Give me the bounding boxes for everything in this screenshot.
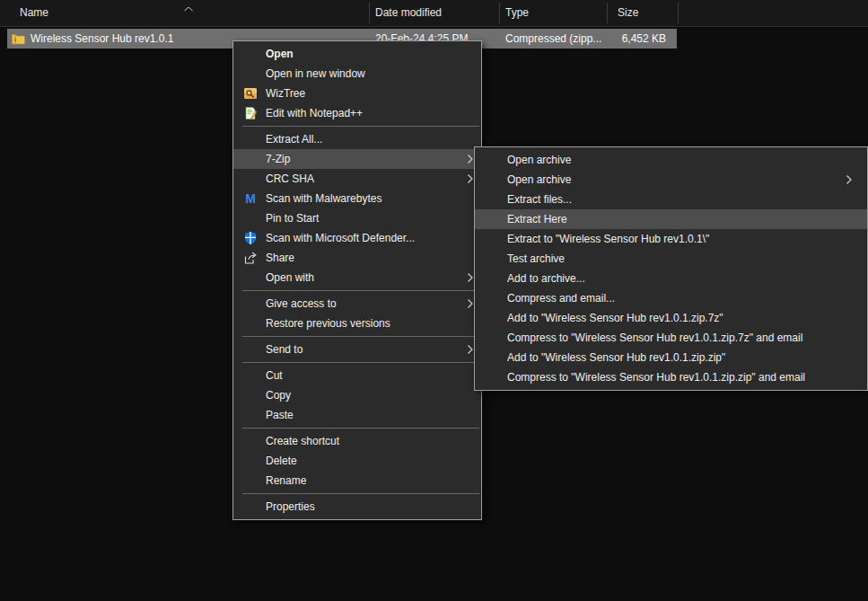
- menu-item-label: Compress to "Wireless Sensor Hub rev1.0.…: [507, 331, 840, 344]
- menu-item-scan-with-microsoft-defender[interactable]: Scan with Microsoft Defender...: [233, 228, 481, 248]
- chevron-right-icon: [461, 298, 474, 309]
- chevron-right-icon: [461, 173, 474, 184]
- column-header-name[interactable]: Name: [20, 0, 48, 26]
- submenu-item-extract-to-wireless-sensor-hub-rev1-0-1[interactable]: Extract to "Wireless Sensor Hub rev1.0.1…: [475, 229, 867, 249]
- submenu-item-extract-here[interactable]: Extract Here: [475, 209, 867, 229]
- menu-item-open[interactable]: Open: [233, 44, 481, 64]
- submenu-item-open-archive[interactable]: Open archive: [475, 150, 867, 170]
- column-header-date-modified[interactable]: Date modified: [375, 0, 442, 26]
- menu-item-label: Delete: [266, 455, 461, 467]
- menu-item-label: Send to: [266, 343, 461, 356]
- menu-item-label: Extract files...: [507, 193, 840, 206]
- menu-item-label: Open archive: [507, 173, 840, 186]
- menu-item-label: Add to "Wireless Sensor Hub rev1.0.1.zip…: [507, 351, 840, 364]
- column-header-size[interactable]: Size: [618, 0, 638, 26]
- menu-item-give-access-to[interactable]: Give access to: [233, 294, 481, 314]
- menu-item-label: Add to archive...: [507, 272, 840, 285]
- menu-item-7-zip[interactable]: 7-Zip: [233, 149, 481, 169]
- menu-item-open-in-new-window[interactable]: Open in new window: [233, 64, 481, 84]
- menu-item-label: Share: [266, 252, 461, 264]
- submenu-item-compress-to-wireless-sensor-hub-rev1-0-1-zip-7z-and-email[interactable]: Compress to "Wireless Sensor Hub rev1.0.…: [475, 328, 867, 348]
- seven-zip-submenu: Open archiveOpen archiveExtract files...…: [474, 146, 868, 391]
- submenu-item-compress-and-email[interactable]: Compress and email...: [475, 288, 867, 308]
- menu-item-label: Open: [266, 48, 461, 60]
- column-divider[interactable]: [499, 3, 500, 23]
- notepadpp-icon: [240, 106, 261, 120]
- menu-item-label: Restore previous versions: [266, 317, 461, 330]
- submenu-item-compress-to-wireless-sensor-hub-rev1-0-1-zip-zip-and-email[interactable]: Compress to "Wireless Sensor Hub rev1.0.…: [475, 367, 867, 387]
- menu-item-wiztree[interactable]: WizTree: [233, 84, 481, 103]
- menu-item-label: Create shortcut: [266, 435, 461, 447]
- chevron-right-icon: [461, 154, 474, 164]
- menu-item-edit-with-notepad[interactable]: Edit with Notepad++: [233, 103, 481, 123]
- menu-separator: [242, 336, 479, 337]
- menu-item-pin-to-start[interactable]: Pin to Start: [233, 208, 481, 228]
- menu-item-label: Compress and email...: [507, 292, 840, 305]
- chevron-right-icon: [840, 174, 853, 185]
- column-divider[interactable]: [607, 3, 608, 23]
- menu-separator: [242, 362, 479, 363]
- defender-icon: [240, 231, 261, 245]
- menu-item-label: Compress to "Wireless Sensor Hub rev1.0.…: [507, 371, 840, 384]
- menu-item-label: Give access to: [266, 297, 461, 310]
- share-icon: [240, 251, 261, 265]
- menu-item-crc-sha[interactable]: CRC SHA: [233, 169, 481, 189]
- menu-item-label: Add to "Wireless Sensor Hub rev1.0.1.zip…: [507, 312, 840, 324]
- submenu-item-add-to-archive[interactable]: Add to archive...: [475, 269, 867, 288]
- column-divider[interactable]: [369, 3, 370, 23]
- file-type: Compressed (zipp...: [505, 29, 601, 49]
- menu-separator: [242, 493, 479, 494]
- chevron-right-icon: [461, 272, 474, 283]
- menu-item-share[interactable]: Share: [233, 248, 481, 268]
- column-header-row: Name Date modified Type Size: [0, 0, 868, 27]
- wiztree-icon: [240, 86, 261, 101]
- menu-separator: [242, 428, 479, 429]
- menu-item-rename[interactable]: Rename: [233, 471, 481, 491]
- menu-item-delete[interactable]: Delete: [233, 451, 481, 471]
- menu-item-send-to[interactable]: Send to: [233, 340, 481, 359]
- menu-item-label: Extract Here: [507, 213, 840, 225]
- submenu-item-add-to-wireless-sensor-hub-rev1-0-1-zip-zip[interactable]: Add to "Wireless Sensor Hub rev1.0.1.zip…: [475, 348, 867, 367]
- menu-item-label: Open with: [266, 271, 461, 284]
- menu-item-label: CRC SHA: [266, 172, 461, 185]
- menu-item-label: Cut: [266, 369, 461, 382]
- menu-item-open-with[interactable]: Open with: [233, 268, 481, 287]
- submenu-item-add-to-wireless-sensor-hub-rev1-0-1-zip-7z[interactable]: Add to "Wireless Sensor Hub rev1.0.1.zip…: [475, 308, 867, 328]
- menu-separator: [242, 290, 479, 291]
- menu-item-label: Open in new window: [266, 67, 461, 80]
- submenu-item-test-archive[interactable]: Test archive: [475, 249, 867, 269]
- menu-item-label: Pin to Start: [266, 212, 461, 225]
- menu-item-label: Properties: [266, 500, 461, 513]
- menu-item-label: 7-Zip: [266, 153, 461, 165]
- menu-item-paste[interactable]: Paste: [233, 405, 481, 425]
- malwarebytes-icon: M: [240, 191, 261, 206]
- menu-item-label: Extract to "Wireless Sensor Hub rev1.0.1…: [507, 233, 840, 245]
- menu-item-label: Paste: [266, 409, 461, 421]
- menu-item-label: Copy: [266, 389, 461, 402]
- menu-item-label: Scan with Malwarebytes: [266, 192, 461, 205]
- column-divider[interactable]: [678, 3, 679, 23]
- menu-item-label: Open archive: [507, 154, 840, 166]
- menu-item-restore-previous-versions[interactable]: Restore previous versions: [233, 314, 481, 333]
- menu-item-label: Edit with Notepad++: [266, 107, 461, 119]
- context-menu: OpenOpen in new windowWizTreeEdit with N…: [232, 40, 482, 520]
- sort-ascending-icon: [183, 2, 194, 14]
- submenu-item-extract-files[interactable]: Extract files...: [475, 190, 867, 209]
- svg-text:M: M: [245, 191, 256, 206]
- menu-item-scan-with-malwarebytes[interactable]: MScan with Malwarebytes: [233, 189, 481, 208]
- menu-item-extract-all[interactable]: Extract All...: [233, 129, 481, 149]
- file-size: 6,452 KB: [622, 29, 666, 49]
- menu-item-label: Scan with Microsoft Defender...: [266, 232, 461, 244]
- menu-item-label: Test archive: [507, 252, 840, 265]
- menu-separator: [242, 126, 479, 127]
- submenu-item-open-archive[interactable]: Open archive: [475, 170, 867, 190]
- column-header-type[interactable]: Type: [505, 0, 529, 26]
- menu-item-cut[interactable]: Cut: [233, 366, 481, 385]
- chevron-right-icon: [461, 344, 474, 355]
- zip-file-icon: [11, 31, 25, 46]
- menu-item-create-shortcut[interactable]: Create shortcut: [233, 431, 481, 451]
- menu-item-properties[interactable]: Properties: [233, 497, 481, 517]
- menu-item-label: Extract All...: [266, 133, 461, 146]
- menu-item-label: Rename: [266, 474, 461, 487]
- menu-item-copy[interactable]: Copy: [233, 385, 481, 405]
